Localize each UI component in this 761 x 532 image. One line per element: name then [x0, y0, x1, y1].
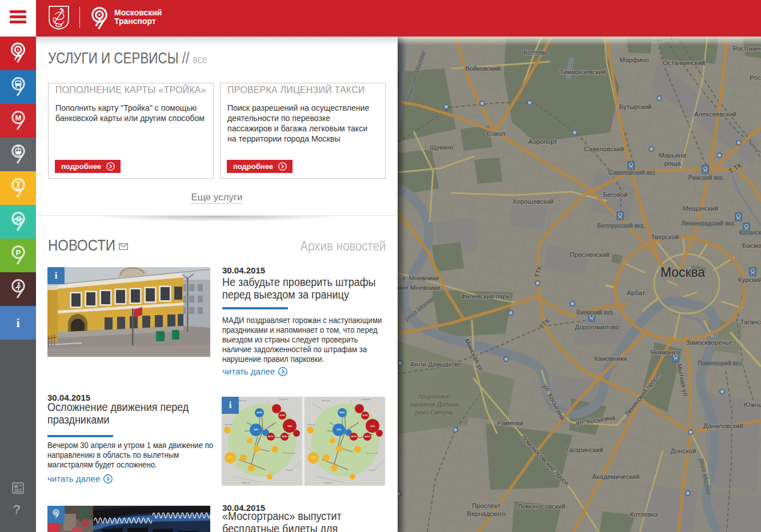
svg-text:Митино: Митино [239, 399, 247, 402]
svg-text:Котельники: Котельники [283, 452, 295, 454]
svg-text:Королёв: Королёв [279, 398, 288, 401]
svg-text:Красно: Красно [225, 423, 233, 426]
svg-text:Т: Т [15, 180, 21, 188]
svg-text:41,8%: 41,8% [279, 414, 285, 417]
svg-text:44,9%: 44,9% [257, 412, 262, 414]
svg-text:P: P [15, 248, 21, 256]
svg-text:40,7%: 40,7% [268, 436, 273, 438]
svg-text:100%: 100% [254, 429, 258, 431]
svg-text:Лытка: Лытка [286, 469, 293, 471]
svg-text:М: М [15, 113, 21, 122]
svg-text:100%: 100% [287, 425, 292, 428]
svg-text:100%: 100% [228, 457, 233, 459]
svg-text:Видное: Видное [242, 481, 250, 484]
svg-text:44,6%: 44,6% [282, 436, 287, 438]
